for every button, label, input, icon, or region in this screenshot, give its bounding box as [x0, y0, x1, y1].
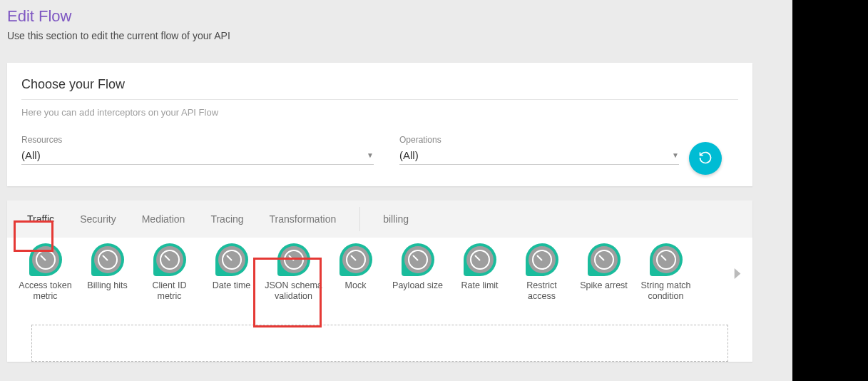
- interceptor-payload-size[interactable]: Payload size: [387, 243, 449, 291]
- selectors-row: Resources (All) ▼ Operations (All) ▼: [21, 135, 738, 165]
- operations-select-group: Operations (All) ▼: [399, 135, 679, 165]
- main-content: Edit Flow Use this section to edit the c…: [0, 0, 781, 381]
- gauge-icon: [464, 243, 496, 276]
- gauge-icon: [277, 243, 310, 276]
- caret-down-icon: ▼: [672, 151, 679, 159]
- interceptor-spike-arrest[interactable]: Spike arrest: [573, 243, 635, 291]
- resources-select[interactable]: (All) ▼: [21, 148, 374, 165]
- refresh-button[interactable]: [689, 142, 722, 175]
- gauge-icon: [215, 243, 248, 276]
- gauge-icon: [588, 243, 621, 276]
- interceptor-rate-limit[interactable]: Rate limit: [449, 243, 511, 291]
- gauge-icon: [650, 243, 683, 276]
- interceptor-billing-hits[interactable]: Billing hits: [76, 243, 138, 291]
- gauge-icon: [91, 243, 124, 276]
- flow-drop-zone[interactable]: [31, 325, 728, 362]
- flow-card: Choose your Flow Here you can add interc…: [7, 63, 752, 186]
- interceptor-date-time[interactable]: Date time: [200, 243, 262, 291]
- tab-security[interactable]: Security: [67, 200, 129, 238]
- page-subtitle: Use this section to edit the current flo…: [7, 30, 774, 41]
- operations-value: (All): [399, 149, 419, 161]
- flow-title: Choose your Flow: [21, 77, 738, 100]
- gauge-icon: [339, 243, 372, 276]
- resources-value: (All): [21, 149, 41, 161]
- interceptor-restrict-access[interactable]: Restrict access: [511, 243, 573, 302]
- gauge-icon: [153, 243, 186, 276]
- interceptor-panel: Traffic Security Mediation Tracing Trans…: [7, 200, 752, 362]
- page-header: Edit Flow Use this section to edit the c…: [0, 0, 781, 44]
- gauge-icon: [29, 243, 62, 276]
- refresh-wrap: [682, 135, 722, 175]
- tab-traffic[interactable]: Traffic: [14, 200, 67, 238]
- page-title: Edit Flow: [7, 7, 774, 26]
- tab-transformation[interactable]: Transformation: [257, 200, 349, 238]
- chevron-right-icon: [728, 274, 747, 285]
- tabs-bar: Traffic Security Mediation Tracing Trans…: [7, 200, 752, 238]
- right-black-panel: [792, 0, 868, 381]
- tab-tracing[interactable]: Tracing: [198, 200, 256, 238]
- tab-separator: [349, 200, 370, 238]
- gauge-icon: [402, 243, 434, 276]
- interceptor-mock[interactable]: Mock: [325, 243, 387, 291]
- flow-subtitle: Here you can add interceptors on your AP…: [21, 100, 738, 118]
- interceptor-access-token-metric[interactable]: Access token metric: [14, 243, 76, 302]
- scroll-right-button[interactable]: [728, 265, 747, 285]
- resources-select-group: Resources (All) ▼: [21, 135, 374, 165]
- operations-select[interactable]: (All) ▼: [399, 148, 679, 165]
- resources-label: Resources: [21, 135, 374, 145]
- history-icon: [698, 151, 713, 167]
- interceptor-json-schema-validation[interactable]: JSON schema validation: [262, 243, 325, 302]
- interceptor-row: Access token metric Billing hits Client …: [7, 238, 752, 312]
- interceptor-string-match-condition[interactable]: String match condition: [635, 243, 697, 302]
- tab-billing[interactable]: billing: [370, 200, 422, 238]
- tab-mediation[interactable]: Mediation: [129, 200, 198, 238]
- caret-down-icon: ▼: [367, 151, 374, 159]
- operations-label: Operations: [399, 135, 679, 145]
- interceptor-client-id-metric[interactable]: Client ID metric: [138, 243, 200, 302]
- gauge-icon: [526, 243, 558, 276]
